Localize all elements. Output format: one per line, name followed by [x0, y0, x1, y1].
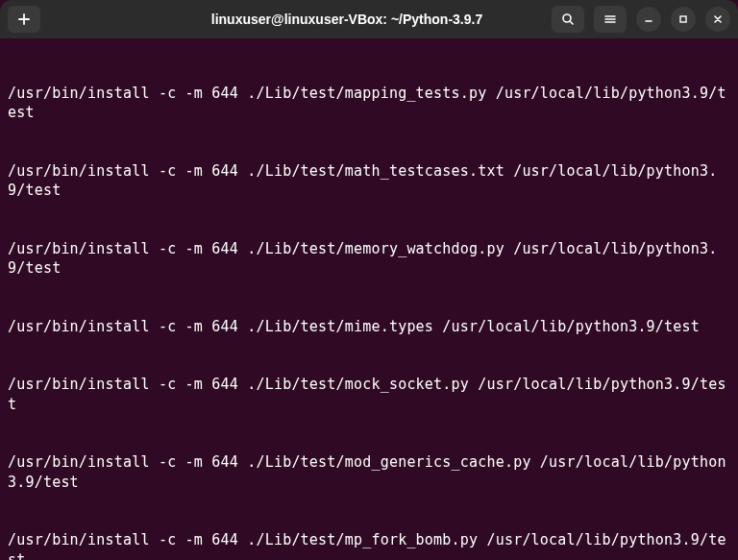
search-icon — [561, 12, 575, 26]
maximize-icon — [677, 13, 689, 25]
plus-icon — [17, 12, 31, 26]
titlebar-left-section — [8, 6, 142, 33]
hamburger-icon — [603, 12, 617, 26]
terminal-line: /usr/bin/install -c -m 644 ./Lib/test/mo… — [8, 452, 730, 492]
menu-button[interactable] — [594, 6, 627, 33]
close-button[interactable] — [705, 7, 730, 32]
terminal-line: /usr/bin/install -c -m 644 ./Lib/test/ma… — [8, 84, 730, 123]
svg-rect-1 — [680, 16, 686, 22]
new-tab-button[interactable] — [8, 6, 40, 33]
search-button[interactable] — [552, 6, 584, 33]
window-titlebar: linuxuser@linuxuser-VBox: ~/Python-3.9.7 — [0, 0, 738, 38]
terminal-line: /usr/bin/install -c -m 644 ./Lib/test/mo… — [8, 375, 730, 414]
minimize-icon — [643, 13, 654, 25]
close-icon — [712, 13, 724, 25]
maximize-button[interactable] — [671, 7, 696, 32]
terminal-line: /usr/bin/install -c -m 644 ./Lib/test/me… — [8, 239, 730, 279]
terminal-output[interactable]: /usr/bin/install -c -m 644 ./Lib/test/ma… — [0, 38, 738, 560]
terminal-line: /usr/bin/install -c -m 644 ./Lib/test/mp… — [8, 530, 730, 560]
terminal-line: /usr/bin/install -c -m 644 ./Lib/test/mi… — [8, 317, 730, 336]
titlebar-right-section — [552, 6, 730, 33]
minimize-button[interactable] — [636, 7, 661, 32]
window-title: linuxuser@linuxuser-VBox: ~/Python-3.9.7 — [142, 11, 552, 29]
terminal-line: /usr/bin/install -c -m 644 ./Lib/test/ma… — [8, 161, 730, 201]
